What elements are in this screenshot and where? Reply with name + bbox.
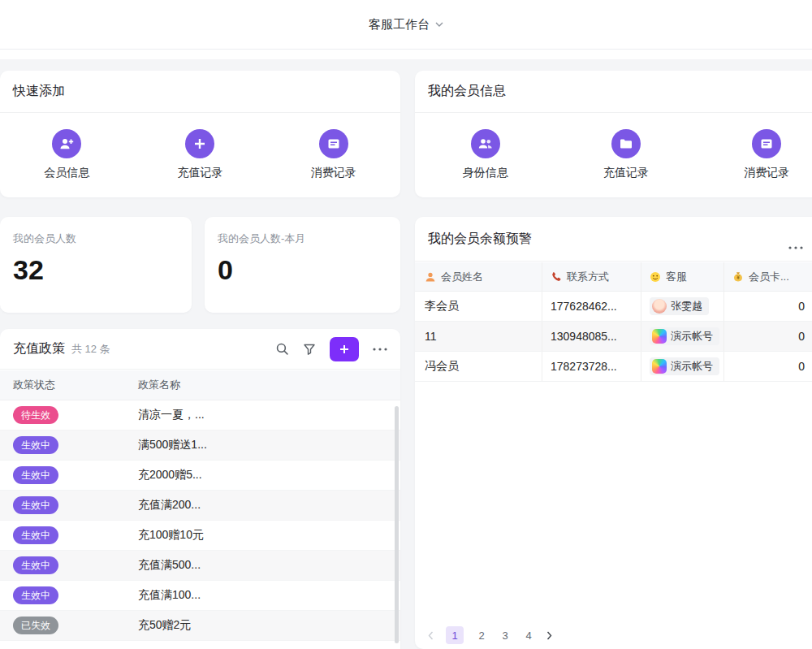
column-header-name: 政策名称 [138,378,400,392]
plus-icon [185,129,214,158]
member-info-header: 我的会员信息 [415,71,812,113]
quick-add-member-info-button[interactable]: 会员信息 [0,129,133,180]
service-cell: 张雯越 [641,292,724,321]
member-name-cell: 11 [415,322,542,351]
smiley-icon [650,271,661,283]
quick-add-header: 快速添加 [0,71,400,113]
app-header: 客服工作台 [0,0,812,59]
policy-name: 充2000赠5... [138,468,400,482]
status-badge: 生效中 [13,586,58,604]
page-number-2[interactable]: 2 [476,630,487,642]
shortcut-label: 充值记录 [603,166,649,180]
next-page-icon[interactable] [546,631,552,640]
stat-value: 32 [13,256,179,283]
page-number-4[interactable]: 4 [523,630,534,642]
member-info-title: 我的会员信息 [428,83,506,100]
column-header-service: 客服 [641,262,724,291]
balance-alert-card: 我的会员余额预警 会员姓名 联系方式 客服 ¥ 会员卡... 李会 [415,217,812,649]
stat-label: 我的会员人数 [13,231,179,246]
stat-card-member-count: 我的会员人数 32 [0,217,192,313]
service-member-tag[interactable]: 张雯越 [650,297,709,315]
table-row[interactable]: 待生效 清凉一夏，... [0,400,400,431]
shortcut-label: 会员信息 [44,166,89,180]
status-badge: 已失效 [13,617,58,634]
status-badge: 生效中 [13,526,58,544]
add-record-button[interactable] [330,337,359,361]
recharge-policy-header: 充值政策 共 12 条 [0,329,400,370]
table-row[interactable]: 生效中 充值满500... [0,551,400,581]
quick-add-title: 快速添加 [13,83,65,100]
more-options-icon[interactable] [788,238,803,253]
balance-alert-title: 我的会员余额预警 [428,231,532,248]
status-badge: 生效中 [13,556,58,574]
identity-info-button[interactable]: 身份信息 [415,129,555,180]
shortcut-label: 身份信息 [463,166,508,180]
balance-alert-header: 我的会员余额预警 [415,217,812,262]
vertical-scrollbar[interactable] [395,406,399,643]
card-balance-cell: 0 [724,322,812,351]
policy-name: 充值满100... [138,588,400,603]
table-row[interactable]: 生效中 充值满200... [0,491,400,521]
header-divider [0,49,812,50]
policy-name: 充50赠2元 [138,618,400,633]
table-row[interactable]: 已失效 充50赠2元 [0,611,400,641]
avatar [652,299,667,314]
coin-icon: ¥ [732,271,744,283]
folder-icon [611,129,641,158]
plus-icon [339,344,350,355]
quick-add-card: 快速添加 会员信息 充值记录 消费记录 [0,71,400,197]
page-number-1[interactable]: 1 [446,626,464,644]
quick-add-shortcuts: 会员信息 充值记录 消费记录 [0,113,400,197]
avatar [652,329,667,344]
policy-name: 充值满200... [138,498,400,513]
shortcut-label: 消费记录 [311,166,356,180]
workspace-switcher[interactable]: 客服工作台 [369,17,443,32]
balance-table: 会员姓名 联系方式 客服 ¥ 会员卡... 李会员 177628462... 张… [415,262,812,382]
recharge-policy-card: 充值政策 共 12 条 政策状态 政策名称 待生效 清凉一夏，... [0,329,400,649]
svg-text:¥: ¥ [736,275,740,280]
table-row[interactable]: 生效中 充100赠10元 [0,521,400,551]
policy-name: 充100赠10元 [138,528,400,543]
member-info-shortcuts: 身份信息 充值记录 消费记录 [415,113,812,197]
quick-add-consumption-record-button[interactable]: 消费记录 [267,129,400,180]
table-row[interactable]: 生效中 充2000赠5... [0,461,400,491]
status-badge: 待生效 [13,406,58,424]
previous-page-icon[interactable] [428,631,434,640]
table-row[interactable]: 生效中 满500赠送1... [0,431,400,461]
card-balance-cell: 0 [724,352,812,381]
policy-name: 清凉一夏，... [138,408,400,422]
chevron-down-icon [435,22,443,27]
service-cell: 演示帐号 [641,352,724,381]
people-icon [471,129,500,158]
column-header-contact: 联系方式 [542,262,641,291]
quick-add-recharge-record-button[interactable]: 充值记录 [133,129,266,180]
status-badge: 生效中 [13,436,58,454]
recharge-records-button[interactable]: 充值记录 [555,129,696,180]
table-row[interactable]: 11 130948085... 演示帐号 0 [415,322,812,352]
receipt-icon [319,129,348,158]
member-icon [425,271,436,283]
consumption-records-button[interactable]: 消费记录 [697,129,812,180]
recharge-policy-title: 充值政策 [13,340,65,357]
column-header-status: 政策状态 [0,378,138,392]
table-row[interactable]: 李会员 177628462... 张雯越 0 [415,292,812,322]
policy-name: 充值满500... [138,558,400,573]
record-count: 共 12 条 [71,342,110,357]
service-cell: 演示帐号 [641,322,724,351]
contact-cell: 178273728... [542,352,641,381]
table-row[interactable]: 冯会员 178273728... 演示帐号 0 [415,352,812,382]
more-options-icon[interactable] [373,348,387,351]
search-icon[interactable] [275,342,289,356]
status-badge: 生效中 [13,496,58,514]
filter-icon[interactable] [303,343,316,356]
member-name-cell: 冯会员 [415,352,542,381]
avatar [652,359,667,374]
stat-value: 0 [218,256,387,283]
phone-icon [551,271,562,283]
table-row[interactable]: 生效中 充值满100... [0,581,400,611]
service-member-tag[interactable]: 演示帐号 [650,357,719,375]
balance-table-header: 会员姓名 联系方式 客服 ¥ 会员卡... [415,262,812,292]
service-member-tag[interactable]: 演示帐号 [650,327,719,345]
contact-cell: 177628462... [542,292,641,321]
page-number-3[interactable]: 3 [499,630,511,642]
